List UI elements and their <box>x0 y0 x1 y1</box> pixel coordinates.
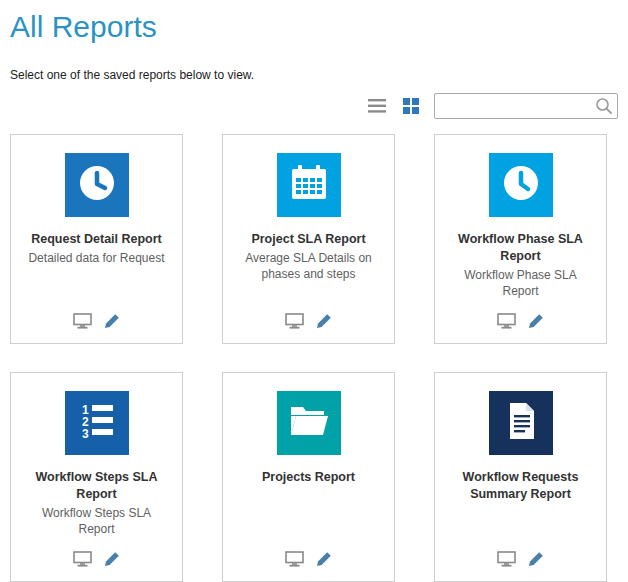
pencil-icon[interactable] <box>316 313 332 329</box>
grid-view-icon[interactable] <box>400 95 422 117</box>
report-subtitle: Workflow Steps SLA Report <box>19 505 174 537</box>
report-subtitle: Workflow Phase SLA Report <box>443 267 598 299</box>
pencil-icon[interactable] <box>528 313 544 329</box>
clock-icon <box>76 162 118 208</box>
list-view-icon[interactable] <box>366 95 388 117</box>
report-tile <box>489 153 553 217</box>
card-actions <box>435 313 606 329</box>
report-card[interactable]: Project SLA Report Average SLA Details o… <box>222 134 395 344</box>
report-tile <box>65 153 129 217</box>
pencil-icon[interactable] <box>104 313 120 329</box>
report-card[interactable]: Projects Report <box>222 372 395 582</box>
numbered-list-icon: 1 2 3 <box>77 401 117 445</box>
report-card[interactable]: 1 2 3 Workflow Steps SLA Report Workflow… <box>10 372 183 582</box>
monitor-icon[interactable] <box>497 313 516 329</box>
calendar-icon <box>289 163 329 207</box>
all-reports-page: All Reports Select one of the saved repo… <box>0 0 628 582</box>
search-input[interactable] <box>434 93 618 119</box>
report-tile <box>277 153 341 217</box>
search-box <box>434 93 618 119</box>
report-title: Workflow Requests Summary Report <box>443 469 598 503</box>
pencil-icon[interactable] <box>104 551 120 567</box>
clock-icon <box>500 162 542 208</box>
view-toolbar <box>10 92 618 120</box>
card-actions <box>435 551 606 567</box>
report-card[interactable]: Workflow Phase SLA Report Workflow Phase… <box>434 134 607 344</box>
pencil-icon[interactable] <box>528 551 544 567</box>
report-card[interactable]: Workflow Requests Summary Report <box>434 372 607 582</box>
monitor-icon[interactable] <box>285 551 304 567</box>
report-card[interactable]: Request Detail Report Detailed data for … <box>10 134 183 344</box>
pencil-icon[interactable] <box>316 551 332 567</box>
open-folder-icon <box>288 403 330 443</box>
report-tile <box>489 391 553 455</box>
document-icon <box>502 401 540 445</box>
card-actions <box>223 551 394 567</box>
monitor-icon[interactable] <box>73 551 92 567</box>
page-title: All Reports <box>10 10 618 44</box>
report-tile: 1 2 3 <box>65 391 129 455</box>
report-title: Request Detail Report <box>31 231 162 248</box>
reports-grid: Request Detail Report Detailed data for … <box>10 134 618 582</box>
monitor-icon[interactable] <box>497 551 516 567</box>
report-title: Workflow Phase SLA Report <box>443 231 598 265</box>
report-subtitle: Average SLA Details on phases and steps <box>231 250 386 282</box>
report-tile <box>277 391 341 455</box>
search-icon[interactable] <box>595 97 613 119</box>
svg-text:3: 3 <box>82 427 89 441</box>
page-subtitle: Select one of the saved reports below to… <box>10 68 618 82</box>
monitor-icon[interactable] <box>285 313 304 329</box>
report-title: Projects Report <box>262 469 355 486</box>
report-title: Project SLA Report <box>251 231 365 248</box>
card-actions <box>11 551 182 567</box>
report-subtitle: Detailed data for Request <box>22 250 170 266</box>
report-title: Workflow Steps SLA Report <box>19 469 174 503</box>
card-actions <box>11 313 182 329</box>
monitor-icon[interactable] <box>73 313 92 329</box>
card-actions <box>223 313 394 329</box>
